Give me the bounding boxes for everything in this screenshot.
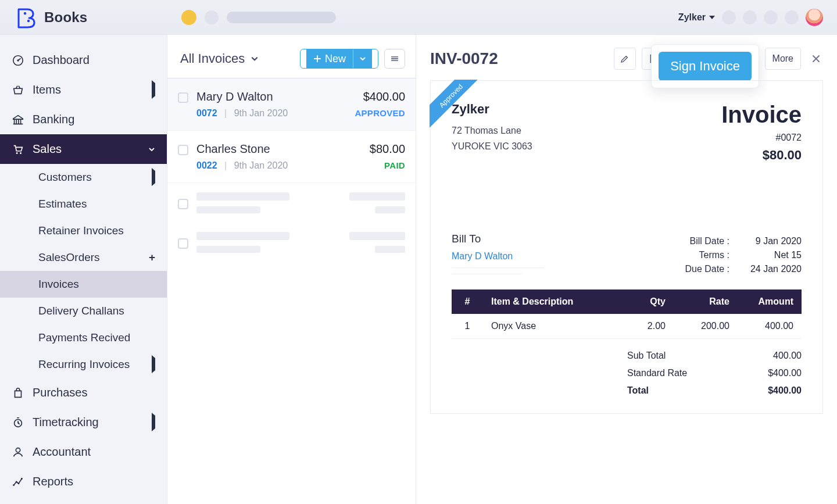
row-checkbox[interactable]	[178, 92, 188, 103]
doc-top: Zylker 72 Thomas Lane YUROKE VIC 3063 In…	[452, 102, 802, 163]
org-name: Zylker	[678, 12, 706, 23]
ghost-row	[167, 183, 416, 223]
new-invoice-label: New	[325, 53, 346, 65]
user-avatar[interactable]	[806, 9, 823, 26]
invoice-number: #0072	[721, 133, 802, 143]
books-logo-icon	[14, 5, 38, 30]
sidebar-item-timetracking[interactable]: Timetracking	[0, 408, 167, 437]
invoice-heading-block: Invoice #0072 $80.00	[721, 102, 802, 163]
invoice-row[interactable]: Mary D Walton 0072 | 9th Jan 2020 $400.0…	[167, 78, 416, 131]
row-checkbox[interactable]	[178, 145, 188, 155]
invoice-rows: Mary D Walton 0072 | 9th Jan 2020 $400.0…	[167, 78, 416, 262]
sidebar-sub-payments-received[interactable]: Payments Recived	[0, 324, 167, 351]
col-qty: Qty	[610, 289, 674, 314]
topbar-placeholders	[181, 10, 336, 25]
chevron-right-icon	[152, 416, 155, 429]
row-checkbox	[178, 199, 188, 209]
sidebar-item-purchases[interactable]: Purchases	[0, 378, 167, 408]
svg-point-7	[16, 448, 20, 452]
list-filter[interactable]: All Invoices	[180, 51, 259, 66]
brand: Books	[14, 5, 177, 30]
chevron-down-icon	[148, 146, 155, 153]
sidebar-item-label: Purchases	[33, 386, 88, 399]
analytics-icon	[12, 476, 24, 488]
row-date: 9th Jan 2020	[234, 160, 288, 170]
row-info: Mary D Walton 0072 | 9th Jan 2020	[196, 90, 346, 119]
sidebar-item-accountant[interactable]: Accountant	[0, 437, 167, 467]
topbar-dot-4	[743, 10, 757, 24]
bill-date-value: 9 Jan 2020	[743, 236, 802, 246]
plus-icon: +	[149, 251, 155, 264]
svg-point-0	[24, 12, 26, 14]
row-status: APPROVED	[355, 108, 405, 118]
brand-name: Books	[44, 9, 87, 26]
svg-point-1	[27, 19, 30, 22]
bill-date-label: Bill Date :	[690, 236, 729, 246]
invoice-detail-panel: INV-0072 More Sign Invoice Approved	[416, 35, 837, 504]
invoice-document: Approved Zylker 72 Thomas Lane YUROKE VI…	[430, 80, 823, 414]
invoice-amount: $80.00	[721, 148, 802, 163]
row-info: Charles Stone 0022 | 9th Jan 2020	[196, 142, 362, 171]
col-num: #	[452, 289, 483, 314]
topbar-dot-3	[722, 10, 736, 24]
svg-point-10	[17, 482, 19, 484]
list-actions: New	[300, 49, 405, 69]
sidebar-sub-recurring-invoices[interactable]: Recurring Invoices	[0, 351, 167, 378]
sidebar-item-label: Timetracking	[33, 416, 99, 429]
sidebar-item-label: Retainer Invoices	[38, 224, 124, 237]
sidebar-sub-estimates[interactable]: Estimates	[0, 191, 167, 217]
topbar: Books Zylker	[0, 0, 837, 35]
sidebar-sub-invoices[interactable]: Invoices	[0, 271, 167, 298]
new-invoice-dropdown[interactable]	[353, 49, 372, 69]
row-meta: 0072 | 9th Jan 2020	[196, 108, 346, 119]
bank-icon	[12, 113, 24, 126]
sidebar-item-label: Items	[33, 83, 61, 96]
user-icon	[12, 446, 24, 459]
due-date-value: 24 Jan 2020	[743, 264, 802, 274]
approved-ribbon: Approved	[430, 80, 480, 130]
row-customer: Charles Stone	[196, 142, 362, 156]
cart-icon	[12, 143, 24, 156]
sidebar-item-sales[interactable]: Sales	[0, 134, 167, 164]
standard-rate-value: $400.00	[768, 368, 802, 378]
topbar-dot-5	[764, 10, 778, 24]
sidebar-item-banking[interactable]: Banking	[0, 105, 167, 134]
svg-point-9	[16, 481, 17, 482]
sidebar-sub-delivery-challans[interactable]: Delivery Challans	[0, 298, 167, 324]
due-date-label: Due Date :	[685, 264, 729, 274]
meta-block: Bill To Mary D Walton Bill Date :9 Jan 2…	[452, 233, 802, 278]
invoice-dates: Bill Date :9 Jan 2020 Terms :Net 15 Due …	[685, 233, 802, 278]
chevron-right-icon	[152, 171, 155, 184]
topbar-dot-1	[181, 10, 196, 25]
sidebar-sub-salesorders[interactable]: SalesOrders +	[0, 244, 167, 271]
list-title-text: All Invoices	[180, 51, 245, 66]
sidebar-item-label: Customers	[38, 171, 92, 184]
app: Dashboard Items Banking Sales Custo	[0, 35, 837, 504]
sidebar-item-dashboard[interactable]: Dashboard	[0, 45, 167, 75]
edit-button[interactable]	[614, 48, 636, 70]
invoice-heading: Invoice	[721, 102, 802, 128]
row-number: 0072	[196, 108, 217, 118]
chevron-down-icon	[709, 16, 715, 19]
row-customer: Mary D Walton	[196, 90, 346, 103]
more-button[interactable]: More	[765, 48, 801, 70]
stopwatch-icon	[12, 416, 24, 429]
sidebar-sub-retainer-invoices[interactable]: Retainer Invoices	[0, 217, 167, 244]
sidebar-sub-customers[interactable]: Customers	[0, 164, 167, 191]
invoice-row[interactable]: Charles Stone 0022 | 9th Jan 2020 $80.00…	[167, 131, 416, 183]
new-invoice-main[interactable]: New	[306, 49, 353, 69]
cell-qty: 2.00	[610, 314, 674, 339]
sidebar-item-reports[interactable]: Reports	[0, 467, 167, 496]
sidebar-item-items[interactable]: Items	[0, 75, 167, 105]
standard-rate-label: Standard Rate	[627, 368, 687, 378]
new-invoice-button[interactable]: New	[300, 49, 378, 69]
list-options-button[interactable]	[384, 49, 405, 69]
sign-invoice-button[interactable]: Sign Invoice	[659, 52, 752, 81]
close-button[interactable]	[809, 52, 823, 66]
line-items-table: # Item & Description Qty Rate Amount 1 O…	[452, 289, 802, 339]
bill-to-name[interactable]: Mary D Walton	[452, 251, 545, 262]
bag-icon	[12, 387, 24, 399]
org-switcher[interactable]: Zylker	[678, 12, 715, 23]
bill-to-underline	[452, 267, 545, 268]
sidebar-item-label: SalesOrders	[38, 251, 100, 264]
